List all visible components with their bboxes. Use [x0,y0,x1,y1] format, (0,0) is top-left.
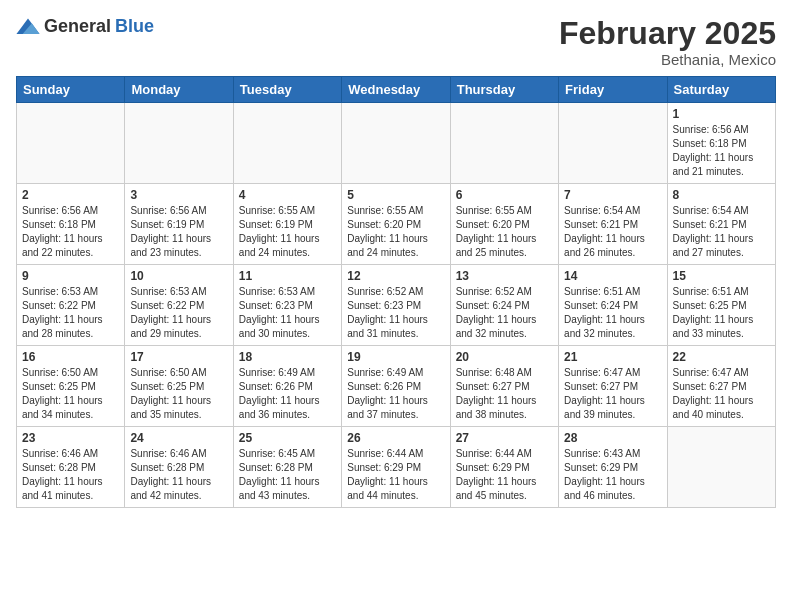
calendar-cell: 6Sunrise: 6:55 AMSunset: 6:20 PMDaylight… [450,184,558,265]
day-info: Sunrise: 6:48 AMSunset: 6:27 PMDaylight:… [456,366,553,422]
calendar-cell: 15Sunrise: 6:51 AMSunset: 6:25 PMDayligh… [667,265,775,346]
day-info: Sunrise: 6:44 AMSunset: 6:29 PMDaylight:… [347,447,444,503]
calendar-week-row: 16Sunrise: 6:50 AMSunset: 6:25 PMDayligh… [17,346,776,427]
day-number: 6 [456,188,553,202]
day-info: Sunrise: 6:55 AMSunset: 6:19 PMDaylight:… [239,204,336,260]
day-info: Sunrise: 6:52 AMSunset: 6:23 PMDaylight:… [347,285,444,341]
day-number: 2 [22,188,119,202]
calendar-cell: 18Sunrise: 6:49 AMSunset: 6:26 PMDayligh… [233,346,341,427]
day-info: Sunrise: 6:56 AMSunset: 6:18 PMDaylight:… [673,123,770,179]
day-info: Sunrise: 6:46 AMSunset: 6:28 PMDaylight:… [22,447,119,503]
col-header-thursday: Thursday [450,77,558,103]
calendar-cell: 26Sunrise: 6:44 AMSunset: 6:29 PMDayligh… [342,427,450,508]
calendar-cell: 4Sunrise: 6:55 AMSunset: 6:19 PMDaylight… [233,184,341,265]
location: Bethania, Mexico [559,51,776,68]
day-info: Sunrise: 6:45 AMSunset: 6:28 PMDaylight:… [239,447,336,503]
day-number: 22 [673,350,770,364]
day-number: 3 [130,188,227,202]
day-number: 17 [130,350,227,364]
calendar-cell: 12Sunrise: 6:52 AMSunset: 6:23 PMDayligh… [342,265,450,346]
calendar-week-row: 2Sunrise: 6:56 AMSunset: 6:18 PMDaylight… [17,184,776,265]
calendar-cell: 25Sunrise: 6:45 AMSunset: 6:28 PMDayligh… [233,427,341,508]
calendar-cell: 27Sunrise: 6:44 AMSunset: 6:29 PMDayligh… [450,427,558,508]
day-info: Sunrise: 6:44 AMSunset: 6:29 PMDaylight:… [456,447,553,503]
day-info: Sunrise: 6:55 AMSunset: 6:20 PMDaylight:… [456,204,553,260]
day-info: Sunrise: 6:56 AMSunset: 6:19 PMDaylight:… [130,204,227,260]
calendar-cell: 13Sunrise: 6:52 AMSunset: 6:24 PMDayligh… [450,265,558,346]
day-number: 9 [22,269,119,283]
calendar-cell: 1Sunrise: 6:56 AMSunset: 6:18 PMDaylight… [667,103,775,184]
logo-icon [16,17,40,37]
calendar-cell: 16Sunrise: 6:50 AMSunset: 6:25 PMDayligh… [17,346,125,427]
day-number: 4 [239,188,336,202]
calendar-cell: 24Sunrise: 6:46 AMSunset: 6:28 PMDayligh… [125,427,233,508]
day-info: Sunrise: 6:43 AMSunset: 6:29 PMDaylight:… [564,447,661,503]
calendar-cell: 3Sunrise: 6:56 AMSunset: 6:19 PMDaylight… [125,184,233,265]
calendar-cell: 9Sunrise: 6:53 AMSunset: 6:22 PMDaylight… [17,265,125,346]
day-number: 26 [347,431,444,445]
calendar-cell: 2Sunrise: 6:56 AMSunset: 6:18 PMDaylight… [17,184,125,265]
day-number: 14 [564,269,661,283]
day-info: Sunrise: 6:47 AMSunset: 6:27 PMDaylight:… [673,366,770,422]
day-info: Sunrise: 6:49 AMSunset: 6:26 PMDaylight:… [239,366,336,422]
day-number: 12 [347,269,444,283]
day-number: 10 [130,269,227,283]
day-number: 15 [673,269,770,283]
calendar-cell: 11Sunrise: 6:53 AMSunset: 6:23 PMDayligh… [233,265,341,346]
calendar-cell: 22Sunrise: 6:47 AMSunset: 6:27 PMDayligh… [667,346,775,427]
calendar-cell [559,103,667,184]
calendar-cell [125,103,233,184]
day-info: Sunrise: 6:52 AMSunset: 6:24 PMDaylight:… [456,285,553,341]
day-info: Sunrise: 6:50 AMSunset: 6:25 PMDaylight:… [130,366,227,422]
col-header-sunday: Sunday [17,77,125,103]
day-info: Sunrise: 6:53 AMSunset: 6:22 PMDaylight:… [130,285,227,341]
col-header-friday: Friday [559,77,667,103]
day-info: Sunrise: 6:51 AMSunset: 6:25 PMDaylight:… [673,285,770,341]
logo: GeneralBlue [16,16,154,37]
col-header-tuesday: Tuesday [233,77,341,103]
calendar-cell [450,103,558,184]
col-header-saturday: Saturday [667,77,775,103]
day-number: 21 [564,350,661,364]
calendar-cell: 17Sunrise: 6:50 AMSunset: 6:25 PMDayligh… [125,346,233,427]
day-info: Sunrise: 6:50 AMSunset: 6:25 PMDaylight:… [22,366,119,422]
calendar-week-row: 9Sunrise: 6:53 AMSunset: 6:22 PMDaylight… [17,265,776,346]
calendar-cell: 19Sunrise: 6:49 AMSunset: 6:26 PMDayligh… [342,346,450,427]
day-info: Sunrise: 6:53 AMSunset: 6:23 PMDaylight:… [239,285,336,341]
calendar-cell: 14Sunrise: 6:51 AMSunset: 6:24 PMDayligh… [559,265,667,346]
calendar-cell: 5Sunrise: 6:55 AMSunset: 6:20 PMDaylight… [342,184,450,265]
day-number: 25 [239,431,336,445]
logo-blue: Blue [115,16,154,37]
calendar-header-row: SundayMondayTuesdayWednesdayThursdayFrid… [17,77,776,103]
day-info: Sunrise: 6:46 AMSunset: 6:28 PMDaylight:… [130,447,227,503]
day-number: 18 [239,350,336,364]
calendar-cell: 8Sunrise: 6:54 AMSunset: 6:21 PMDaylight… [667,184,775,265]
calendar-cell [233,103,341,184]
page-header: GeneralBlue February 2025 Bethania, Mexi… [16,16,776,68]
day-info: Sunrise: 6:53 AMSunset: 6:22 PMDaylight:… [22,285,119,341]
day-info: Sunrise: 6:56 AMSunset: 6:18 PMDaylight:… [22,204,119,260]
calendar-cell: 23Sunrise: 6:46 AMSunset: 6:28 PMDayligh… [17,427,125,508]
day-number: 24 [130,431,227,445]
day-number: 19 [347,350,444,364]
col-header-wednesday: Wednesday [342,77,450,103]
day-number: 27 [456,431,553,445]
calendar-cell: 7Sunrise: 6:54 AMSunset: 6:21 PMDaylight… [559,184,667,265]
day-info: Sunrise: 6:49 AMSunset: 6:26 PMDaylight:… [347,366,444,422]
day-info: Sunrise: 6:54 AMSunset: 6:21 PMDaylight:… [564,204,661,260]
day-info: Sunrise: 6:55 AMSunset: 6:20 PMDaylight:… [347,204,444,260]
day-info: Sunrise: 6:47 AMSunset: 6:27 PMDaylight:… [564,366,661,422]
calendar-cell [17,103,125,184]
day-number: 23 [22,431,119,445]
calendar-week-row: 23Sunrise: 6:46 AMSunset: 6:28 PMDayligh… [17,427,776,508]
calendar-table: SundayMondayTuesdayWednesdayThursdayFrid… [16,76,776,508]
day-number: 1 [673,107,770,121]
calendar-cell [342,103,450,184]
day-number: 7 [564,188,661,202]
logo-general: General [44,16,111,37]
day-info: Sunrise: 6:54 AMSunset: 6:21 PMDaylight:… [673,204,770,260]
title-area: February 2025 Bethania, Mexico [559,16,776,68]
month-title: February 2025 [559,16,776,51]
day-number: 5 [347,188,444,202]
day-number: 28 [564,431,661,445]
